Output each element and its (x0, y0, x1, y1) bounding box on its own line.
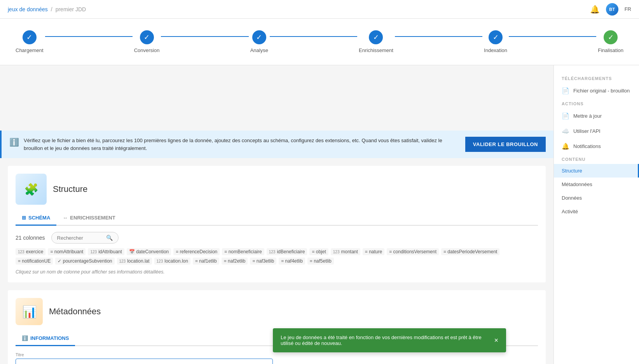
sidebar-item-original-file[interactable]: 📄 Fichier original - brouillon (554, 83, 639, 98)
sidebar-original-file-label: Fichier original - brouillon (573, 88, 630, 94)
tag-naf5etlib[interactable]: = naf5etlib (307, 258, 334, 265)
title-label: Titre (16, 352, 273, 357)
info-icon: ℹ️ (9, 138, 19, 147)
tab-schema-icon: ⊞ (22, 215, 26, 221)
sidebar-contenu-title: CONTENU (554, 154, 639, 164)
sidebar: TÉLÉCHARGEMENTS 📄 Fichier original - bro… (553, 65, 639, 364)
tab-info-icon: ℹ️ (22, 335, 28, 341)
tab-enrichissement[interactable]: ↔ ENRICHISSEMENT (56, 211, 121, 226)
tag-dateconvention[interactable]: 📅 dateConvention (127, 248, 171, 255)
step-label-finalisation: Finalisation (598, 47, 623, 53)
step-circle-conversion: ✓ (140, 30, 154, 44)
sidebar-notifications-label: Notifications (573, 143, 601, 149)
step-circle-finalisation: ✓ (604, 30, 618, 44)
tag-objet[interactable]: = objet (309, 248, 328, 255)
bell-icon[interactable]: 🔔 (590, 5, 600, 14)
structure-icon: 🧩 (16, 174, 47, 205)
validate-button[interactable]: VALIDER LE BROUILLON (465, 137, 546, 152)
breadcrumb-separator: / (51, 6, 52, 12)
toast-close-button[interactable]: × (494, 336, 498, 345)
schema-tags: 123 exercice = nomAttribuant 123 idAttri… (16, 248, 538, 265)
metadata-header: 📊 Métadonnées (16, 298, 538, 325)
step-chargement[interactable]: ✓ Chargement (16, 30, 44, 53)
toast-notification: Le jeu de données a été traité en foncti… (273, 328, 506, 352)
tag-naf3etlib[interactable]: = naf3etlib (250, 258, 276, 265)
tab-schema[interactable]: ⊞ SCHÉMA (16, 211, 56, 226)
update-icon: 📄 (562, 112, 569, 120)
step-finalisation[interactable]: ✓ Finalisation (598, 30, 623, 53)
metadata-left: Titre Description B I T₂ T³ ❝ ≡ (16, 352, 273, 364)
notifications-icon: 🔔 (562, 143, 569, 150)
structure-title: Structure (53, 184, 87, 194)
tag-locationlat[interactable]: 123 location.lat (117, 258, 152, 265)
avatar[interactable]: BT (606, 3, 618, 16)
sidebar-item-notifications[interactable]: 🔔 Notifications (554, 139, 639, 154)
header-right: 🔔 BT FR (590, 3, 631, 16)
sidebar-update-label: Mettre à jour (573, 113, 602, 119)
info-banner-left: ℹ️ Vérifiez que le fichier a bien été lu… (9, 137, 457, 152)
sidebar-item-metadonnees[interactable]: Métadonnées (554, 178, 639, 191)
tab-informations[interactable]: ℹ️ INFORMATIONS (16, 331, 75, 346)
tag-naf1etlib[interactable]: = naf1etlib (193, 258, 219, 265)
cloud-icon: ☁️ (562, 127, 569, 135)
metadata-section: 📊 Métadonnées ℹ️ INFORMATIONS Titre Desc… (8, 290, 546, 364)
sidebar-item-activite[interactable]: Activité (554, 205, 639, 218)
breadcrumb-parent[interactable]: jeux de données (8, 6, 48, 12)
step-circle-enrichissement: ✓ (369, 30, 383, 44)
metadata-two-col: Titre Description B I T₂ T³ ❝ ≡ (16, 352, 538, 364)
search-input[interactable] (57, 235, 104, 241)
info-banner-text: Vérifiez que le fichier a bien été lu, p… (24, 137, 457, 152)
tab-enrichissement-icon: ↔ (63, 215, 68, 221)
tag-notificationue[interactable]: = notificationUE (16, 258, 53, 265)
breadcrumb-current: premier JDD (56, 6, 86, 12)
tag-conditionsversement[interactable]: = conditionsVersement (387, 248, 439, 255)
step-analyse[interactable]: ✓ Analyse (250, 30, 268, 53)
sidebar-activite-label: Activité (562, 209, 578, 214)
metadata-icon: 📊 (16, 298, 43, 325)
tag-idattribuant[interactable]: 123 idAttribuant (88, 248, 124, 255)
stepper-bar: ✓ Chargement ✓ Conversion ✓ Analyse ✓ En… (0, 19, 639, 65)
tag-datespperiodeversement[interactable]: = datesPeriodeVersement (441, 248, 499, 255)
tag-naf4etlib[interactable]: = naf4etlib (279, 258, 305, 265)
sidebar-item-update[interactable]: 📄 Mettre à jour (554, 108, 639, 124)
columns-bar: 21 colonnes 🔍 (16, 232, 538, 244)
tag-referencedecision[interactable]: = referenceDecision (173, 248, 220, 255)
tag-locationlon[interactable]: 123 location.lon (154, 258, 190, 265)
title-field: Titre (16, 352, 273, 364)
step-connector-4 (395, 36, 482, 37)
tag-nombeneficiaire[interactable]: = nomBeneficiaire (222, 248, 264, 255)
step-indexation[interactable]: ✓ Indexation (484, 30, 507, 53)
columns-count: 21 colonnes (16, 235, 45, 241)
step-connector-1 (45, 36, 133, 37)
structure-section: 🧩 Structure ⊞ SCHÉMA ↔ ENRICHISSEMENT 21… (8, 166, 546, 282)
sidebar-donnees-label: Données (562, 195, 582, 201)
step-circle-indexation: ✓ (489, 30, 503, 44)
step-label-chargement: Chargement (16, 47, 44, 53)
metadata-title: Métadonnées (49, 307, 101, 317)
step-connector-5 (509, 36, 596, 37)
lang-selector[interactable]: FR (625, 6, 631, 12)
step-enrichissement[interactable]: ✓ Enrichissement (359, 30, 393, 53)
file-download-icon: 📄 (562, 87, 569, 94)
step-connector-2 (161, 36, 248, 37)
step-label-indexation: Indexation (484, 47, 507, 53)
search-box[interactable]: 🔍 (51, 232, 119, 244)
tag-nature[interactable]: = nature (363, 248, 384, 255)
tag-pourcentagesubvention[interactable]: ✓ pourcentageSubvention (55, 258, 114, 265)
tag-exercice[interactable]: 123 exercice (16, 248, 45, 255)
sidebar-metadonnees-label: Métadonnées (562, 181, 592, 187)
tag-naf2etlib[interactable]: = naf2etlib (222, 258, 248, 265)
breadcrumb: jeux de données / premier JDD (8, 6, 86, 12)
title-input[interactable] (16, 359, 273, 364)
tag-idbeneficiaire[interactable]: 123 idBeneficiaire (267, 248, 307, 255)
metadata-right-info: ▲ Data Fair Training 📄 premier-JDD.csv 1… (281, 352, 538, 364)
info-banner: ℹ️ Vérifiez que le fichier a bien été lu… (0, 131, 553, 158)
step-conversion[interactable]: ✓ Conversion (134, 30, 160, 53)
sidebar-item-donnees[interactable]: Données (554, 191, 639, 205)
sidebar-downloads-title: TÉLÉCHARGEMENTS (554, 73, 639, 83)
sidebar-item-api[interactable]: ☁️ Utiliser l'API (554, 124, 639, 139)
tag-montant[interactable]: 123 montant (331, 248, 360, 255)
structure-tabs: ⊞ SCHÉMA ↔ ENRICHISSEMENT (16, 211, 538, 226)
right-info-org: ▲ Data Fair Training (288, 360, 530, 364)
sidebar-item-structure[interactable]: Structure (554, 164, 639, 178)
